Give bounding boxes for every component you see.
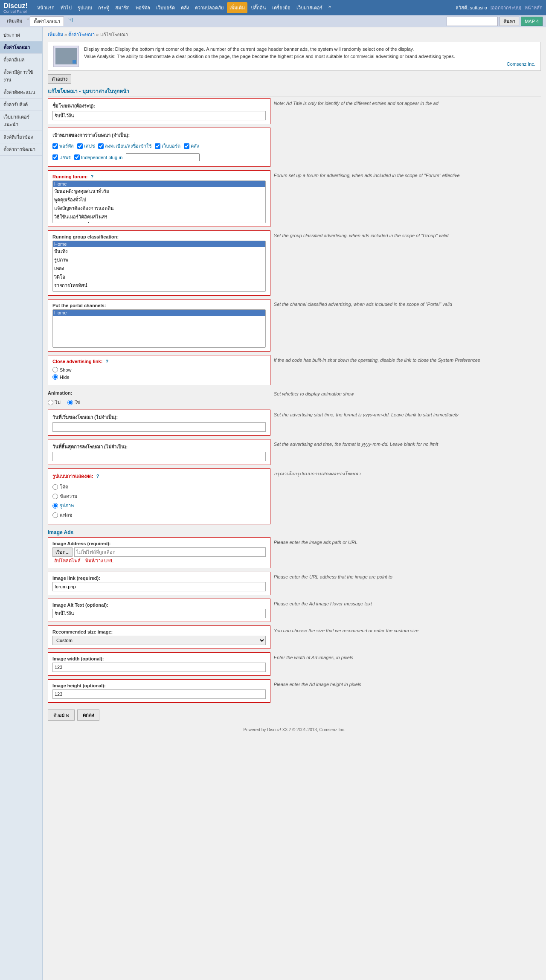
image-address-note: Please enter the image ads path or URL — [274, 539, 541, 546]
home-link[interactable]: หน้าหลัก — [525, 4, 543, 12]
mode-code[interactable]: โค้ด — [52, 483, 266, 491]
close-ad-show-input[interactable] — [52, 367, 58, 372]
nav-tools[interactable]: เครื่องมือ — [270, 2, 293, 13]
forum-note-col: Forum set up a forum for advertising, wh… — [274, 170, 541, 230]
nav-general[interactable]: ทั่วไป — [58, 2, 74, 13]
cb-register-input[interactable] — [98, 143, 104, 149]
close-ad-hide[interactable]: Hide — [52, 374, 266, 380]
img-height-note: Please enter the Ad image height in pixe… — [274, 681, 541, 688]
logout-link[interactable]: [ออกจากระบบ] — [491, 4, 521, 12]
mode-flash-input[interactable] — [52, 512, 58, 518]
map-button[interactable]: MAP 4 — [521, 17, 543, 26]
sidebar-item-dev[interactable]: ตั้งค่าการพัฒนา — [0, 143, 42, 156]
mode-code-input[interactable] — [52, 484, 58, 490]
group-listbox[interactable]: Home ปันเทิง รูปภาพ เพลง วิดีโอ รายการโท… — [52, 241, 266, 292]
animation-no[interactable]: ไม่ — [48, 398, 61, 406]
mode-flash[interactable]: แฟลช — [52, 511, 266, 519]
search-button[interactable]: ค้นหา — [500, 17, 519, 26]
logo: Discuz! Control Panel — [3, 2, 28, 14]
animation-no-input[interactable] — [48, 400, 53, 405]
close-ad-help-icon[interactable]: ? — [105, 359, 108, 364]
sidebar-section: ประกาศ ตั้งค่าโฆษณา ตั้งค่าอีเมล ตั้งค่า… — [0, 27, 42, 157]
image-alt-input[interactable] — [52, 609, 266, 618]
mode-image-input[interactable] — [52, 503, 58, 509]
sub-nav-more[interactable]: เพิ่มเติม — [3, 16, 26, 26]
breadcrumb-adconfig[interactable]: ตั้งค่าโฆษณา — [68, 32, 95, 37]
portal-listbox[interactable]: Home — [52, 309, 266, 348]
nav-home[interactable]: หน้าแรก — [35, 2, 57, 13]
ad-name-note: Note: Ad Title is only for identify of t… — [274, 100, 541, 107]
cb-store: คลัง — [184, 142, 199, 150]
sub-nav-adconfig[interactable]: ตั้งค่าโฆษณา — [30, 16, 64, 26]
mode-image[interactable]: รูปภาพ — [52, 502, 266, 509]
cb-app-input[interactable] — [52, 154, 58, 160]
search-input[interactable] — [447, 17, 498, 26]
end-date-note-col: Set the advertising end time, the format… — [274, 439, 541, 468]
ad-name-input[interactable]: รับนี้ไว้งัน — [52, 111, 266, 120]
sidebar-item-deduct[interactable]: ตั้งค่าตัดคะแนน — [0, 86, 42, 99]
sidebar-item-email[interactable]: ตั้งค่าอีเมล — [0, 54, 42, 66]
animation-yes[interactable]: ใช่ — [67, 398, 80, 406]
image-link-input[interactable] — [52, 582, 266, 591]
sidebar-item-receive[interactable]: ตั้งค่ารับสิ่งค์ — [0, 99, 42, 111]
breadcrumb-more[interactable]: เพิ่มเติม — [48, 32, 63, 37]
img-height-input[interactable] — [52, 689, 266, 699]
sidebar-item-user[interactable]: ตั้งค่ามีผู้การใช้งาน — [0, 66, 42, 86]
nav-member[interactable]: สมาชิก — [113, 2, 132, 13]
upload-file-link[interactable]: อัปโหลดไฟล์ — [54, 558, 81, 563]
cb-space-input[interactable] — [77, 143, 83, 149]
sidebar-item-adconfig[interactable]: ตั้งค่าโฆษณา — [0, 41, 42, 54]
mode-text[interactable]: ข้อความ — [52, 492, 266, 500]
display-mode-label: รูปแบบการแสดงผล: ? — [52, 472, 266, 480]
file-path-input[interactable] — [74, 547, 266, 557]
end-date-input[interactable] — [52, 452, 266, 461]
close-ad-show[interactable]: Show — [52, 367, 266, 372]
nav-webmaster[interactable]: เว็บมาสเตอร์ — [294, 2, 325, 13]
cb-plugin-input[interactable] — [74, 154, 80, 160]
display-mode-help-icon[interactable]: ? — [96, 474, 99, 479]
mode-text-input[interactable] — [52, 494, 58, 499]
cb-plugin-text-input[interactable] — [126, 153, 200, 161]
close-ad-show-label: Show — [60, 367, 72, 372]
example-button-bottom[interactable]: ตัวอย่าง — [48, 710, 75, 721]
cb-space-label: เสปซ — [84, 142, 95, 150]
nav-style[interactable]: รูปแบบ — [75, 2, 95, 13]
forum-help-icon[interactable]: ? — [91, 174, 94, 179]
animation-col: Animation: ไม่ ใช่ — [48, 389, 270, 410]
rec-size-select[interactable]: Custom 120x60 120x90 120x240 120x600 160… — [52, 636, 266, 645]
image-link-row: Image link (required): Please enter the … — [48, 572, 541, 599]
file-browse-button[interactable]: เรือก... — [52, 547, 73, 557]
nav-more[interactable]: เพิ่มเติม — [227, 2, 247, 13]
forum-listbox[interactable]: Home วัยนอคดิ: พูดคุยสนนาทั่วรัย พูดคุยเ… — [52, 180, 266, 223]
img-width-note: Enter the width of Ad images, in pixels — [274, 654, 541, 661]
ad-name-label: ชื่อโฆษณา(ต้องระบุ): — [52, 102, 266, 110]
nav-more-arrow[interactable]: » — [326, 2, 334, 13]
nav-thread[interactable]: กระทู้ — [96, 2, 112, 13]
start-date-input[interactable] — [52, 422, 266, 432]
image-link-label: Image link (required): — [52, 576, 266, 581]
nav-security[interactable]: ความปลอดภัย — [192, 2, 226, 13]
nav-store[interactable]: คลัง — [178, 2, 192, 13]
sidebar-item-links[interactable]: ลิงค์ที่เกี่ยวข้อง — [0, 131, 42, 143]
close-ad-hide-input[interactable] — [52, 374, 58, 380]
ad-name-section: ชื่อโฆษณา(ต้องระบุ): รับนี้ไว้งัน — [48, 98, 270, 124]
mode-flash-label: แฟลช — [60, 511, 72, 519]
paste-url-link[interactable]: พิมห์/วาง URL — [85, 558, 113, 563]
end-date-row: วันที่สิ้นสุดการลงโฆษณา (ไม่จำเป็น): Set… — [48, 439, 541, 468]
cb-portal-input[interactable] — [52, 143, 58, 149]
nav-board[interactable]: เว็บบอร์ด — [154, 2, 177, 13]
sub-nav-add[interactable]: [+] — [65, 16, 76, 26]
cb-store-input[interactable] — [184, 143, 189, 149]
nav-portal[interactable]: พอร์ทัล — [133, 2, 153, 13]
nav-plugin[interactable]: ปลั๊กอิน — [248, 2, 269, 13]
submit-button[interactable]: ตกลง — [77, 710, 99, 721]
cb-plugin: Independent plug-in — [74, 154, 122, 160]
img-width-input[interactable] — [52, 663, 266, 672]
example-button-top[interactable]: ตัวอย่าง — [48, 74, 71, 84]
rec-size-note: You can choose the size that we recommen… — [274, 627, 541, 634]
sidebar-item-announce[interactable]: ประกาศ — [0, 29, 42, 41]
animation-yes-input[interactable] — [67, 400, 73, 405]
start-date-row: วันที่เริ่มของโฆษณา (ไม่จำเป็น): Set the… — [48, 410, 541, 439]
sidebar-item-webmaster[interactable]: เว็บมาสเตอร์แนะนำ — [0, 111, 42, 131]
cb-board-input[interactable] — [155, 143, 160, 149]
